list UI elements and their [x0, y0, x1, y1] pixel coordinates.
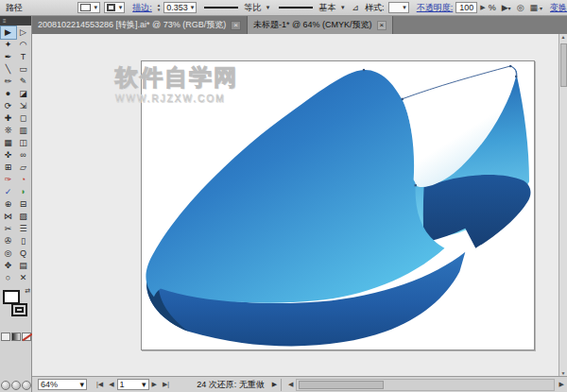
- width-tool[interactable]: ✚: [1, 112, 16, 125]
- vertical-scroll-thumb[interactable]: [560, 43, 567, 87]
- slice-tool[interactable]: ⊟: [16, 198, 31, 211]
- selection-tool[interactable]: ▶: [1, 26, 16, 39]
- envelope-distort-tool[interactable]: ⋈: [1, 211, 16, 223]
- reshape-tool[interactable]: ☰: [16, 223, 31, 235]
- close-icon[interactable]: ×: [377, 21, 387, 30]
- scroll-up-icon[interactable]: ▲: [561, 34, 566, 40]
- direct-selection-tool[interactable]: ▷: [16, 26, 31, 39]
- scroll-right-icon[interactable]: ▶: [559, 381, 564, 388]
- status-flyout-icon[interactable]: ▶: [272, 381, 277, 388]
- ellipse-tool[interactable]: ○: [1, 272, 16, 284]
- shoe-illustration[interactable]: [142, 61, 534, 349]
- prev-page-button[interactable]: ◀: [109, 381, 113, 388]
- spinner-down-icon[interactable]: ▾: [158, 8, 161, 12]
- graph-style-tool[interactable]: ▤: [16, 260, 31, 272]
- swap-colors-icon[interactable]: ⇄: [25, 287, 30, 295]
- document-tab-2[interactable]: 未标题-1* @ 64% (CMYK/预览) ×: [248, 16, 393, 34]
- blend-tool[interactable]: ∞: [16, 149, 31, 162]
- gradient-tool[interactable]: ◫: [16, 137, 31, 149]
- status-bar: 64% ▾ |◀ ◀ 1 ▾ ▶ ▶| 24 次还原: 无重做 ▶ ◀ ▶: [32, 376, 567, 392]
- chevron-down-icon: ▾: [79, 380, 84, 389]
- shoe-heel-block[interactable]: [423, 175, 531, 248]
- opacity-value-field[interactable]: 100: [455, 2, 477, 13]
- select-similar-icon[interactable]: ▶▾: [502, 3, 511, 12]
- eyedropper-tool[interactable]: ✜: [1, 149, 16, 162]
- color-mode-button[interactable]: [1, 332, 10, 341]
- print-tiling-tool[interactable]: ▯: [16, 235, 31, 247]
- tools-panel-header[interactable]: ≡: [0, 16, 31, 26]
- free-transform-tool[interactable]: ◻: [16, 112, 31, 125]
- stroke-panel-link[interactable]: 描边:: [132, 2, 152, 14]
- pen-tool[interactable]: ✒: [1, 51, 16, 63]
- none-mode-button[interactable]: [22, 332, 31, 341]
- gradient-mode-button[interactable]: [11, 332, 21, 341]
- horizontal-scroll-thumb[interactable]: [299, 381, 384, 389]
- width-profile-select[interactable]: 等比 ▾: [242, 2, 271, 13]
- delete-anchor-tool[interactable]: ✕: [16, 272, 31, 284]
- opacity-value: 100: [459, 3, 473, 12]
- opacity-link[interactable]: 不透明度:: [417, 2, 454, 14]
- zoom-level-select[interactable]: 64% ▾: [38, 379, 87, 390]
- stroke-weight-stepper[interactable]: ▴ ▾: [158, 3, 161, 12]
- style-select[interactable]: ▾: [388, 2, 409, 13]
- brush-definition-select[interactable]: 基本 ▾: [317, 2, 346, 13]
- shear-tool[interactable]: ▨: [16, 211, 31, 223]
- scale-tool[interactable]: ⇲: [16, 100, 31, 112]
- stroke-weight-select[interactable]: 0.353 ▾: [163, 2, 197, 13]
- paintbrush-tool[interactable]: ✏: [1, 76, 16, 88]
- next-page-button[interactable]: ▶: [152, 381, 157, 388]
- align-options-icon[interactable]: ▦·▾: [529, 3, 542, 12]
- shape-builder-tool[interactable]: ⊞: [1, 162, 16, 174]
- transform-link[interactable]: 变换: [550, 2, 567, 14]
- stroke-color-select[interactable]: ▾: [104, 2, 125, 13]
- page-number-value: 1: [120, 380, 125, 389]
- fill-color-swatch[interactable]: [3, 290, 20, 304]
- magic-wand-tool[interactable]: ✦: [1, 39, 16, 51]
- warp-tool[interactable]: ✑: [1, 174, 16, 186]
- mesh-tool[interactable]: ▦: [1, 137, 16, 149]
- blob-brush-tool[interactable]: ●: [1, 88, 16, 100]
- artboard-tool[interactable]: ⊕: [1, 198, 16, 211]
- lasso-tool[interactable]: ◠: [16, 39, 31, 51]
- last-page-button[interactable]: ▶|: [163, 381, 169, 388]
- symbol-sprayer-tool[interactable]: ❊: [1, 125, 16, 137]
- fill-swatch-icon: [80, 4, 91, 11]
- symbol-shifter-tool[interactable]: ✇: [1, 235, 16, 247]
- rectangle-tool[interactable]: ▭: [16, 63, 31, 76]
- live-paint-bucket-tool[interactable]: ✓: [1, 186, 16, 198]
- brush-options-icon[interactable]: ⊿: [352, 3, 359, 12]
- first-page-button[interactable]: |◀: [96, 381, 103, 388]
- screen-mode-menu-button[interactable]: [11, 381, 21, 390]
- type-tool[interactable]: T: [16, 51, 31, 63]
- pencil-tool[interactable]: ✎: [16, 76, 31, 88]
- status-divider: [281, 379, 282, 391]
- opacity-stepper-icon[interactable]: ▶: [480, 4, 485, 11]
- scroll-left-icon[interactable]: ◀: [288, 381, 293, 388]
- stroke-color-swatch[interactable]: [11, 303, 27, 316]
- zoom-tool[interactable]: Q: [16, 247, 31, 260]
- page-number-select[interactable]: 1 ▾: [117, 379, 149, 390]
- vertical-scrollbar[interactable]: ▲ ▼: [558, 34, 567, 376]
- screen-mode-full-button[interactable]: [22, 381, 31, 390]
- width-profile-label: 等比: [244, 2, 261, 14]
- document-tab-1[interactable]: 2008102214553286 [转换].ai* @ 73% (RGB/预览)…: [32, 16, 248, 34]
- column-graph-tool[interactable]: ▥: [16, 125, 31, 137]
- live-paint-selection-tool[interactable]: ◗: [16, 186, 31, 198]
- recolor-artwork-icon[interactable]: ◎: [517, 3, 524, 12]
- hand-tool[interactable]: ✥: [1, 260, 16, 272]
- twirl-tool[interactable]: ◔: [16, 174, 31, 186]
- close-icon[interactable]: ×: [231, 21, 241, 30]
- screen-mode-normal-button[interactable]: [1, 381, 10, 390]
- fill-color-select[interactable]: ▾: [77, 2, 100, 13]
- rotate-view-tool[interactable]: ◎: [1, 247, 16, 260]
- perspective-grid-tool[interactable]: ▱: [16, 162, 31, 174]
- scissors-tool[interactable]: ✂: [1, 223, 16, 235]
- control-bar: 路径 ▾ ▾ 描边: ▴ ▾ 0.353 ▾ 等比 ▾ 基本 ▾ ⊿ 样式: ▾…: [0, 0, 567, 16]
- rotate-tool[interactable]: ⟳: [1, 100, 16, 112]
- eraser-tool[interactable]: ◪: [16, 88, 31, 100]
- line-segment-tool[interactable]: ╲: [1, 63, 16, 76]
- horizontal-scrollbar[interactable]: [296, 379, 554, 391]
- artboard[interactable]: [141, 60, 535, 350]
- shoe-vamp[interactable]: [146, 70, 444, 303]
- screen-mode-row: [0, 381, 32, 390]
